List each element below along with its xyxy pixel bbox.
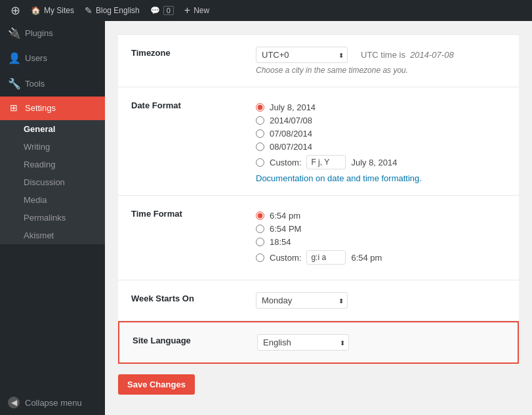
timezone-hint: Choose a city in the same timezone as yo…	[256, 66, 512, 75]
time-format-option-custom: Custom: 6:54 pm	[256, 250, 512, 265]
comments-menu[interactable]: 💬 0	[145, 0, 179, 21]
time-format-row: Time Format 6:54 pm 6:54 PM 18:54 Custom…	[118, 196, 519, 280]
new-label: New	[194, 6, 209, 15]
time-format-label: Time Format	[118, 204, 249, 224]
week-starts-label: Week Starts On	[118, 288, 249, 309]
plugins-icon: 🔌	[8, 26, 20, 41]
date-format-radio-custom[interactable]	[256, 158, 264, 167]
week-starts-select[interactable]: Sunday Monday Tuesday Wednesday Thursday…	[256, 292, 348, 309]
utc-date: 2014-07-08	[410, 50, 454, 60]
date-format-custom-preview: July 8, 2014	[351, 158, 397, 167]
utc-info: UTC time is 2014-07-08	[361, 50, 454, 60]
wp-logo-icon: ⊕	[10, 3, 20, 18]
main-layout: 🔌 Plugins 👤 Users 🔧 Tools ⊞ Settings Gen…	[0, 21, 532, 415]
site-language-select-wrapper: English Español Français Deutsch	[257, 334, 349, 351]
submenu-permalinks[interactable]: Permalinks	[0, 209, 105, 227]
tools-icon: 🔧	[8, 77, 20, 91]
time-format-custom-label: Custom:	[270, 253, 301, 263]
content-area: Timezone UTC+0 UTC+1 UTC-5 UTC+8 UTC tim…	[105, 21, 532, 415]
submenu-discussion[interactable]: Discussion	[0, 173, 105, 191]
sidebar-item-tools[interactable]: 🔧 Tools	[0, 72, 105, 97]
date-format-radio-3[interactable]	[256, 129, 264, 138]
sidebar-item-users-label: Users	[25, 53, 47, 64]
settings-icon: ⊞	[8, 102, 20, 115]
date-format-label-3: 07/08/2014	[270, 129, 312, 139]
time-format-custom-preview: 6:54 pm	[351, 253, 382, 263]
wp-logo-item[interactable]: ⊕	[5, 0, 26, 21]
submenu-akismet[interactable]: Akismet	[0, 227, 105, 244]
submenu-writing[interactable]: Writing	[0, 138, 105, 156]
site-language-label: Site Language	[119, 330, 251, 351]
time-format-radio-custom[interactable]	[256, 253, 264, 262]
week-starts-control: Sunday Monday Tuesday Wednesday Thursday…	[249, 288, 519, 313]
submenu-media[interactable]: Media	[0, 191, 105, 209]
date-format-option-1: July 8, 2014	[256, 102, 512, 112]
timezone-controls-row: UTC+0 UTC+1 UTC-5 UTC+8 UTC time is 2014…	[256, 47, 512, 63]
utc-label: UTC time is	[361, 50, 405, 60]
home-icon: 🏠	[31, 6, 41, 15]
date-format-control: July 8, 2014 2014/07/08 07/08/2014 08/07…	[249, 95, 519, 187]
sidebar-item-users[interactable]: 👤 Users	[0, 46, 105, 71]
timezone-control: UTC+0 UTC+1 UTC-5 UTC+8 UTC time is 2014…	[249, 43, 519, 79]
date-format-option-3: 07/08/2014	[256, 129, 512, 139]
sidebar-item-settings[interactable]: ⊞ Settings	[0, 97, 105, 120]
submenu-reading[interactable]: Reading	[0, 156, 105, 173]
week-starts-select-wrapper: Sunday Monday Tuesday Wednesday Thursday…	[256, 292, 348, 309]
timezone-select-wrapper: UTC+0 UTC+1 UTC-5 UTC+8	[256, 47, 348, 63]
blog-icon: ✎	[85, 5, 92, 16]
week-starts-row: Week Starts On Sunday Monday Tuesday Wed…	[118, 280, 519, 321]
plus-icon: +	[184, 5, 190, 16]
date-format-label-2: 2014/07/08	[270, 116, 312, 125]
time-format-custom-input[interactable]	[306, 250, 346, 265]
time-format-label-2: 6:54 PM	[270, 224, 301, 234]
time-format-radio-2[interactable]	[256, 225, 264, 233]
timezone-select[interactable]: UTC+0 UTC+1 UTC-5 UTC+8	[256, 47, 348, 63]
comment-icon: 💬	[150, 6, 160, 15]
my-sites-menu[interactable]: 🏠 My Sites	[26, 0, 79, 21]
collapse-label: Collapse menu	[25, 398, 82, 408]
blog-english-label: Blog English	[96, 6, 140, 15]
site-language-row: Site Language English Español Français D…	[118, 321, 519, 364]
date-format-label-1: July 8, 2014	[270, 102, 316, 112]
time-format-radio-3[interactable]	[256, 238, 264, 246]
date-format-option-custom: Custom: July 8, 2014	[256, 155, 512, 169]
settings-submenu: General Writing Reading Discussion Media…	[0, 120, 105, 244]
time-format-label-3: 18:54	[270, 237, 291, 247]
sidebar-item-settings-label: Settings	[25, 102, 56, 114]
date-format-label: Date Format	[118, 95, 249, 116]
collapse-icon: ◀	[8, 397, 20, 408]
collapse-menu[interactable]: ◀ Collapse menu	[0, 390, 105, 415]
top-bar: ⊕ 🏠 My Sites ✎ Blog English 💬 0 + New	[0, 0, 532, 21]
time-format-radio-1[interactable]	[256, 211, 264, 220]
date-format-option-4: 08/07/2014	[256, 142, 512, 152]
time-format-control: 6:54 pm 6:54 PM 18:54 Custom: 6:54 pm	[249, 204, 519, 272]
date-format-option-2: 2014/07/08	[256, 116, 512, 125]
date-format-doc-link[interactable]: Documentation on date and time formattin…	[256, 173, 422, 183]
timezone-row: Timezone UTC+0 UTC+1 UTC-5 UTC+8 UTC tim…	[118, 34, 519, 87]
save-section: Save Changes	[118, 364, 519, 395]
date-format-custom-input[interactable]	[306, 155, 346, 169]
comment-count: 0	[163, 6, 174, 15]
sidebar-item-plugins-label: Plugins	[25, 28, 53, 39]
date-format-label-4: 08/07/2014	[270, 142, 312, 152]
sidebar: 🔌 Plugins 👤 Users 🔧 Tools ⊞ Settings Gen…	[0, 21, 105, 415]
timezone-label: Timezone	[118, 43, 249, 63]
time-format-option-1: 6:54 pm	[256, 211, 512, 221]
site-language-control: English Español Français Deutsch	[251, 330, 518, 355]
date-format-radio-2[interactable]	[256, 116, 264, 125]
sidebar-item-plugins[interactable]: 🔌 Plugins	[0, 21, 105, 46]
my-sites-label: My Sites	[44, 6, 74, 15]
date-format-doc-link-container: Documentation on date and time formattin…	[256, 173, 512, 183]
time-format-option-3: 18:54	[256, 237, 512, 247]
submenu-general[interactable]: General	[0, 120, 105, 138]
save-changes-button[interactable]: Save Changes	[118, 374, 195, 395]
sidebar-item-tools-label: Tools	[25, 78, 45, 90]
date-format-radio-4[interactable]	[256, 142, 264, 151]
date-format-radio-1[interactable]	[256, 103, 264, 112]
new-content-menu[interactable]: + New	[179, 0, 215, 21]
time-format-option-2: 6:54 PM	[256, 224, 512, 234]
date-format-custom-label: Custom:	[270, 158, 301, 167]
blog-english-menu[interactable]: ✎ Blog English	[79, 0, 145, 21]
site-language-select[interactable]: English Español Français Deutsch	[257, 334, 349, 351]
time-format-label-1: 6:54 pm	[270, 211, 300, 221]
